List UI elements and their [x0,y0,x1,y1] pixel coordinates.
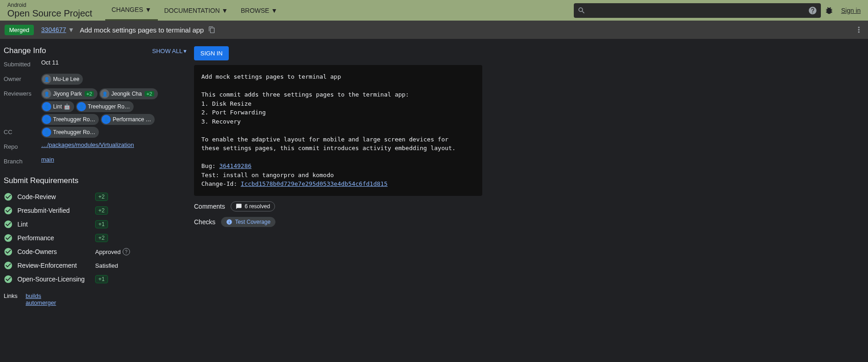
more-icon[interactable] [854,25,863,34]
avatar: 👤 [102,115,111,124]
requirement-row: Review-EnforcementSatisfied [4,259,187,272]
logo-big: Open Source Project [7,8,92,18]
branch-label: Branch [4,156,41,165]
help-icon[interactable] [808,6,817,15]
chevron-down-icon: ▾ [183,48,187,54]
search-input[interactable] [588,7,805,14]
top-header: Android Open Source Project CHANGES▼ DOC… [0,0,868,21]
left-column: Change Info SHOW ALL ▾ SubmittedOct 11 O… [4,46,187,306]
comments-resolved-pill[interactable]: 6 resolved [231,201,275,211]
check-icon [4,261,13,270]
owner-chip[interactable]: 👤Mu-Le Lee [41,74,83,85]
logo-small: Android [7,2,92,8]
requirement-row: Open-Source-Licensing+1 [4,272,187,286]
avatar: 👤 [77,102,86,111]
avatar: 👤 [42,75,51,84]
bug-link[interactable]: 364149286 [219,162,251,169]
check-icon [4,192,13,201]
links-label: Links [4,292,26,306]
vote-badge[interactable]: +2 [95,234,108,242]
copy-icon[interactable] [208,26,216,33]
change-title: Add mock settings pages to terminal app [80,26,204,34]
signin-link[interactable]: Sign in [841,7,861,14]
submitted-label: Submitted [4,59,41,68]
vote-badge: +2 [85,91,94,97]
search-box[interactable] [574,3,821,18]
check-icon [4,220,13,229]
checks-label: Checks [194,218,216,226]
link-builds[interactable]: builds [26,292,56,299]
main-content: Change Info SHOW ALL ▾ SubmittedOct 11 O… [0,39,868,313]
chevron-down-icon: ▼ [221,7,228,14]
reviewer-chip[interactable]: 👤Treehugger Ro… [41,114,99,125]
requirement-row: Code-OwnersApproved? [4,245,187,259]
tab-changes[interactable]: CHANGES▼ [105,0,158,21]
commit-message: Add mock settings pages to terminal app … [194,65,482,196]
right-column: SIGN IN Add mock settings pages to termi… [194,46,482,306]
reviewer-chip[interactable]: 👤Lint 🤖 [41,101,74,112]
vote-badge[interactable]: +1 [95,275,108,283]
vote-badge[interactable]: +2 [95,206,108,215]
owner-label: Owner [4,74,41,82]
logo[interactable]: Android Open Source Project [4,2,96,18]
chevron-down-icon[interactable]: ▼ [68,26,75,33]
requirement-row: Lint+1 [4,217,187,231]
check-icon [4,233,13,243]
reviewer-chip[interactable]: 👤Performance … [101,114,155,125]
help-icon[interactable]: ? [123,248,130,255]
requirement-row: Performance+2 [4,231,187,245]
check-icon [4,206,13,215]
check-icon [4,247,13,256]
tab-documentation[interactable]: DOCUMENTATION▼ [158,0,234,21]
submit-requirements-title: Submit Requirements [4,176,187,185]
repo-link[interactable]: …/packages/modules/Virtualization [41,141,134,148]
link-automerger[interactable]: automerger [26,299,56,306]
change-number[interactable]: 3304677 [41,26,66,33]
comments-row: Comments 6 resolved [194,201,482,211]
vote-badge: +2 [145,91,154,97]
search-icon [577,6,586,15]
header-right: Sign in [574,3,864,18]
subheader: Merged 3304677 ▼ Add mock settings pages… [0,21,868,39]
checks-pill[interactable]: Test Coverage [221,217,275,227]
chevron-down-icon: ▼ [145,6,151,13]
branch-link[interactable]: main [41,156,54,163]
comment-icon [236,203,242,210]
avatar: 👤 [42,102,51,111]
avatar: 👤 [42,128,51,137]
links-row: Links builds automerger [4,292,187,306]
requirement-row: Presubmit-Verified+2 [4,204,187,217]
tab-browse[interactable]: BROWSE▼ [234,0,284,21]
vote-badge[interactable]: +1 [95,220,108,228]
chevron-down-icon: ▼ [271,7,277,14]
cc-label: CC [4,127,41,135]
show-all-button[interactable]: SHOW ALL ▾ [152,48,187,54]
comments-label: Comments [194,203,225,210]
requirement-row: Code-Review+2 [4,190,187,204]
check-icon [4,275,13,284]
nav-tabs: CHANGES▼ DOCUMENTATION▼ BROWSE▼ [105,0,284,21]
signin-button[interactable]: SIGN IN [194,46,229,60]
repo-label: Repo [4,141,41,150]
avatar: 👤 [42,89,51,98]
reviewer-chip[interactable]: 👤Jeongik Cha+2 [99,88,157,99]
vote-badge[interactable]: +2 [95,193,108,201]
cc-chip[interactable]: 👤Treehugger Ro… [41,127,99,138]
reviewer-chip[interactable]: 👤Jiyong Park+2 [41,88,97,99]
bug-icon[interactable] [825,6,834,15]
change-info-title: Change Info [4,46,46,55]
changeid-link[interactable]: Iccbd1578b0d729e7e295d0533e4db54c6fd1d81… [241,180,388,187]
checks-row: Checks Test Coverage [194,217,482,227]
reviewer-chip[interactable]: 👤Treehugger Ro… [76,101,134,112]
info-icon [226,219,232,225]
status-badge: Merged [5,25,34,35]
avatar: 👤 [42,115,51,124]
avatar: 👤 [100,89,109,98]
reviewers-label: Reviewers [4,88,41,97]
submitted-value: Oct 11 [41,59,187,66]
